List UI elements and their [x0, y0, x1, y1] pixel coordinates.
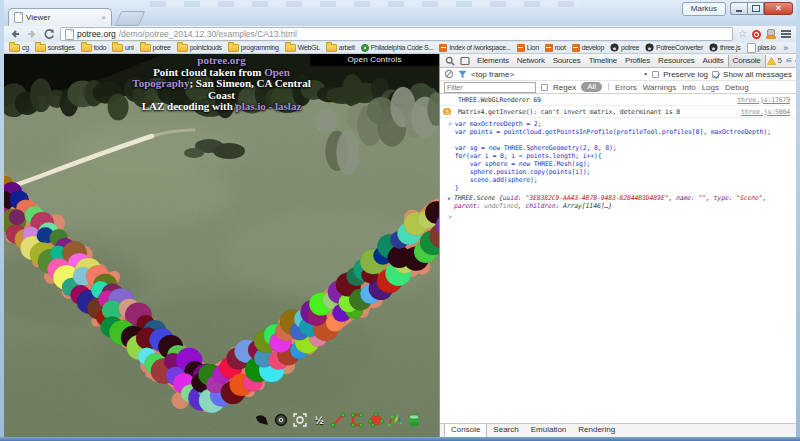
credit-link[interactable]: potree.org	[197, 54, 245, 66]
log-level-filters: AllErrorsWarningsInfoLogsDebug	[581, 82, 748, 92]
device-mode-icon[interactable]	[458, 56, 472, 66]
devtools-tab-resources[interactable]: Resources	[654, 55, 698, 67]
bookmark-item[interactable]: Index of /workspace...	[439, 44, 511, 52]
window-border-left	[0, 0, 4, 441]
area-measure-icon[interactable]	[368, 412, 384, 428]
bookmark-star-icon[interactable]: ☆	[738, 29, 747, 39]
menu-icon[interactable]	[781, 30, 791, 38]
bookmark-item[interactable]: todo	[81, 44, 106, 52]
credit-link[interactable]: plas.io - laslaz	[236, 100, 302, 112]
level-filter-all[interactable]: All	[581, 82, 602, 92]
bookmark-item[interactable]: sonstiges	[35, 44, 75, 52]
half-quality-icon[interactable]: ½	[311, 412, 327, 428]
bookmark-label: cg	[22, 44, 29, 51]
level-filter-warnings[interactable]: Warnings	[643, 83, 677, 92]
expand-arrow-icon[interactable]: ▶	[448, 194, 451, 210]
distance-measure-icon[interactable]	[330, 412, 346, 428]
extension-red-icon[interactable]	[752, 30, 761, 39]
bookmark-item[interactable]: develop	[572, 44, 604, 52]
orange-site-icon	[572, 44, 580, 52]
bookmark-label: WebGL	[298, 44, 320, 51]
preserve-log-checkbox[interactable]	[652, 71, 659, 78]
credit-link[interactable]: Topography	[132, 77, 189, 89]
extension-hand-icon[interactable]	[766, 29, 776, 39]
open-controls-button[interactable]: Open Controls	[310, 54, 439, 66]
window-border-right	[796, 0, 800, 441]
bookmark-label: potree	[621, 44, 639, 51]
filter-funnel-icon[interactable]	[458, 70, 467, 79]
source-link[interactable]: three.js:5004	[733, 108, 790, 116]
regex-label: Regex	[553, 83, 576, 92]
page-icon	[747, 43, 756, 53]
maximize-button[interactable]	[747, 2, 764, 15]
console-output[interactable]: THREE.WebGLRenderer 69three.js:176795Mat…	[440, 94, 796, 423]
bookmark-item[interactable]: WebGL	[285, 44, 320, 52]
bookmarks-overflow-icon[interactable]: »	[783, 43, 788, 53]
bookmark-item[interactable]: plas.io	[747, 43, 776, 53]
drawer-toggle-icon[interactable]: ›≡	[786, 56, 791, 65]
window-border-bottom	[0, 437, 800, 441]
credit-link[interactable]: Open	[264, 66, 290, 78]
devtools-tab-profiles[interactable]: Profiles	[621, 55, 654, 67]
minimize-button[interactable]	[730, 2, 747, 15]
bookmark-item[interactable]: PotreeConverter	[645, 43, 703, 52]
devtools-tab-console[interactable]: Console	[728, 55, 766, 67]
level-filter-logs[interactable]: Logs	[702, 83, 719, 92]
reload-icon[interactable]	[43, 28, 55, 40]
profile-tool-icon[interactable]	[387, 412, 403, 428]
browser-tab[interactable]: Viewer ×	[8, 8, 112, 26]
back-icon[interactable]	[9, 28, 21, 40]
devtools-tabbar: ElementsNetworkSourcesTimelineProfilesRe…	[440, 54, 796, 68]
bookmark-item[interactable]: cg	[9, 44, 29, 52]
folder-icon	[81, 44, 92, 52]
rotate-arrow-icon[interactable]	[254, 412, 270, 428]
drawer-tab-rendering[interactable]: Rendering	[572, 424, 621, 437]
bookmark-item[interactable]: uni	[112, 44, 133, 52]
bookmark-item[interactable]: programming	[228, 44, 279, 52]
filter-input[interactable]	[444, 82, 536, 93]
source-link[interactable]: three.js:17679	[729, 96, 790, 104]
bookmark-item[interactable]: three.js	[709, 43, 741, 52]
potree-viewer[interactable]: potree.orgPoint cloud taken from OpenTop…	[4, 54, 439, 437]
bookmark-item[interactable]: root	[545, 44, 566, 52]
regex-checkbox[interactable]	[541, 84, 548, 91]
console-result[interactable]: ▶THREE.Scene {uuid: "3E8382C9-AA43-4B7B-…	[440, 193, 796, 211]
devtools-tab-audits[interactable]: Audits	[699, 55, 728, 67]
volume-tool-icon[interactable]	[406, 412, 422, 428]
drawer-tab-emulation[interactable]: Emulation	[525, 424, 573, 437]
level-filter-info[interactable]: Info	[682, 83, 695, 92]
close-button[interactable]: ×	[764, 2, 793, 15]
url-bar[interactable]: potree.org/demo/potree_2014.12.30/exampl…	[60, 27, 733, 41]
clip-section-icon[interactable]	[349, 412, 365, 428]
orbit-controls-icon[interactable]	[273, 412, 289, 428]
forward-icon[interactable]	[26, 28, 38, 40]
level-filter-debug[interactable]: Debug	[725, 83, 749, 92]
bookmark-item[interactable]: pointclouds	[177, 44, 222, 52]
folder-icon	[140, 44, 151, 52]
drawer-tab-search[interactable]: Search	[487, 424, 524, 437]
focus-extent-icon[interactable]	[292, 412, 308, 428]
console-prompt[interactable]: >	[440, 211, 796, 222]
frame-selector[interactable]: <top frame> ▼	[471, 70, 648, 79]
devtools-tab-network[interactable]: Network	[513, 55, 549, 67]
devtools-tabs: ElementsNetworkSourcesTimelineProfilesRe…	[473, 54, 766, 67]
devtools-tab-sources[interactable]: Sources	[549, 55, 585, 67]
level-filter-errors[interactable]: Errors	[615, 83, 637, 92]
devtools-tab-elements[interactable]: Elements	[473, 55, 513, 67]
bookmark-item[interactable]: potree	[140, 44, 171, 52]
bookmark-label: Philadelphia Code S...	[371, 44, 434, 51]
profile-button[interactable]: Markus	[682, 2, 726, 16]
warning-count-badge[interactable]: 5	[767, 56, 782, 65]
bookmark-item[interactable]: Philadelphia Code S...	[361, 44, 434, 52]
devtools-panel: ElementsNetworkSourcesTimelineProfilesRe…	[439, 54, 796, 437]
devtools-tab-timeline[interactable]: Timeline	[585, 55, 621, 67]
bookmark-item[interactable]: arbeit	[326, 44, 355, 52]
clear-console-icon[interactable]	[444, 69, 454, 79]
show-all-messages-checkbox[interactable]	[712, 71, 719, 78]
tab-close-icon[interactable]: ×	[101, 14, 106, 22]
drawer-tab-console[interactable]: Console	[444, 424, 487, 437]
inspect-element-icon[interactable]	[443, 56, 457, 66]
bookmark-item[interactable]: Lion	[517, 44, 539, 52]
bookmark-item[interactable]: potree	[610, 43, 639, 52]
github-icon	[645, 43, 654, 52]
